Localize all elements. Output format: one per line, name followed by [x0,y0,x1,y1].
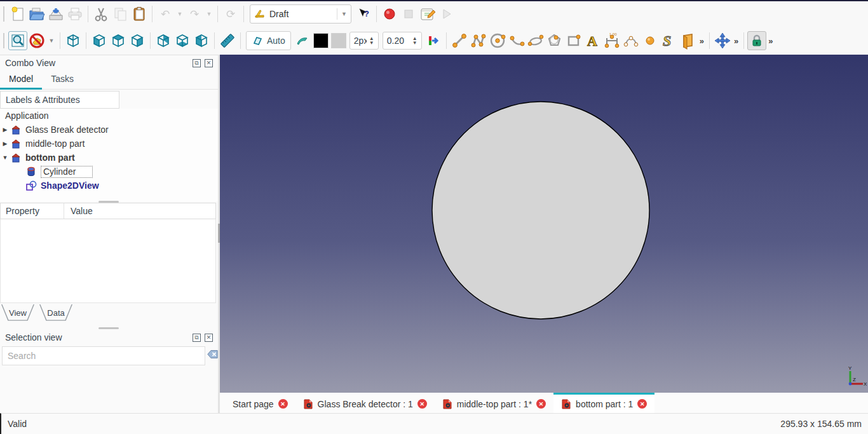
undo-dropdown[interactable]: ▼ [175,4,185,24]
tree-item-glass-break-detector[interactable]: ▶ Glass Break detector [0,123,218,137]
expand-arrow-icon[interactable]: ▶ [0,126,10,133]
draft-rectangle-button[interactable] [564,31,583,50]
left-view-button[interactable] [192,31,211,50]
tab-model[interactable]: Model [0,71,42,89]
close-panel-icon[interactable]: ✕ [205,59,213,67]
right-view-button[interactable] [128,31,147,50]
isometric-view-button[interactable] [64,31,83,50]
splitter-handle[interactable] [98,327,119,329]
close-tab-icon[interactable]: ✕ [536,399,546,409]
draft-shapestring-button[interactable]: S [660,31,679,50]
macro-edit-button[interactable] [418,4,437,24]
macro-record-button[interactable] [380,4,399,24]
paste-button[interactable] [130,4,149,24]
macro-stop-icon [403,9,414,19]
tab-middle-top-part[interactable]: middle-top part : 1* ✕ [435,393,553,413]
new-document-button[interactable] [8,4,27,24]
move-icon [714,32,731,49]
whats-this-button[interactable]: ? [354,4,373,24]
refresh-button[interactable]: ⟳ [221,4,240,24]
float-panel-icon[interactable]: ⧉ [193,59,201,67]
draft-text-button[interactable]: A [583,31,602,50]
draft-point-button[interactable] [641,31,660,50]
float-panel-icon[interactable]: ⧉ [193,334,201,342]
tab-bottom-part[interactable]: bottom part : 1 ✕ [553,393,654,413]
draw-style-button[interactable] [27,31,46,50]
draft-wire-button[interactable] [469,31,488,50]
toolbar-overflow-button[interactable]: » [766,36,775,46]
redo-dropdown[interactable]: ▼ [204,4,214,24]
svg-text:A: A [587,33,597,49]
draft-ellipse-button[interactable] [526,31,545,50]
text-size-spinner[interactable]: 0.20 ▲▼ [383,32,422,50]
draft-polygon-button[interactable] [545,31,564,50]
tree-root-application[interactable]: Application [0,109,218,123]
macro-stop-button[interactable] [399,4,418,24]
toolbar-drag-handle[interactable] [3,33,4,48]
tree-item-label-editing[interactable]: Cylinder [41,166,93,178]
3d-viewport[interactable]: Y Z X [220,55,868,393]
tab-start-page[interactable]: Start page ✕ [225,393,295,413]
tree-item-shape2dview[interactable]: Shape2DView [0,179,218,193]
close-tab-icon[interactable]: ✕ [417,399,427,409]
draft-facebinder-button[interactable] [679,31,698,50]
property-table-body [0,219,216,303]
lock-toolbars-button[interactable] [747,31,766,50]
open-button[interactable] [27,4,46,24]
fit-all-button[interactable] [8,31,27,50]
cylinder-top-view[interactable] [220,55,868,393]
tree-item-middle-top-part[interactable]: ▶ middle-top part [0,137,218,151]
tab-glass-break-detector[interactable]: Glass Break detector : 1 ✕ [295,393,435,413]
selection-view-titlebar: Selection view ⧉ ✕ [0,330,218,345]
print-button[interactable] [65,4,85,24]
value-column-header[interactable]: Value [64,206,93,216]
tab-data[interactable]: Data [39,304,72,322]
selection-search-input[interactable]: Search [2,346,205,365]
toolbar-drag-handle[interactable] [3,6,4,22]
draft-dimension-button[interactable]: 1.00 [602,31,621,50]
working-plane-button[interactable]: Auto [246,31,291,50]
move-button[interactable] [713,31,732,50]
spinner-arrows-icon[interactable]: ▲▼ [410,36,417,45]
tab-tasks[interactable]: Tasks [42,71,83,89]
cut-button[interactable] [92,4,111,24]
bottom-view-button[interactable] [173,31,192,50]
face-color-swatch[interactable] [331,33,346,48]
draft-arc-button[interactable] [507,31,526,50]
measure-button[interactable] [218,31,237,50]
collapse-arrow-icon[interactable]: ▼ [0,154,10,161]
redo-button[interactable]: ↷ [185,4,204,24]
draft-line-button[interactable] [450,31,469,50]
workbench-selector[interactable]: Draft ▼ [250,4,351,24]
apply-style-button[interactable] [424,31,443,50]
close-panel-icon[interactable]: ✕ [205,334,213,342]
draft-circle-button[interactable] [488,31,507,50]
freecad-doc-icon [442,399,452,409]
line-width-spinner[interactable]: 2px ▲▼ [349,32,379,50]
property-column-header[interactable]: Property [1,203,64,219]
tab-view[interactable]: View [1,304,34,322]
spinner-arrows-icon[interactable]: ▲▼ [367,36,374,45]
rear-view-button[interactable] [154,31,173,50]
toolbar-overflow-button[interactable]: » [698,36,706,46]
toolbar-overflow-button[interactable]: » [732,36,740,46]
construction-mode-button[interactable] [293,31,312,50]
draw-style-dropdown[interactable]: ▼ [46,31,57,50]
tree-column-header[interactable]: Labels & Attributes [0,91,119,109]
copy-button[interactable] [111,4,130,24]
expand-arrow-icon[interactable]: ▶ [0,140,10,147]
save-button[interactable] [46,4,65,24]
top-view-button[interactable] [109,31,128,50]
front-view-button[interactable] [90,31,109,50]
macro-play-button[interactable] [437,4,456,24]
close-tab-icon[interactable]: ✕ [637,399,647,409]
line-color-swatch[interactable] [313,33,329,48]
close-tab-icon[interactable]: ✕ [278,399,288,409]
clear-search-icon[interactable] [207,349,218,360]
draft-wire-icon [470,32,487,49]
tree-item-cylinder[interactable]: Cylinder [0,165,218,179]
tree-item-bottom-part[interactable]: ▼ bottom part [0,151,218,165]
undo-button[interactable]: ↶ [156,4,175,24]
draft-bspline-button[interactable] [621,31,641,50]
separator [214,32,215,49]
